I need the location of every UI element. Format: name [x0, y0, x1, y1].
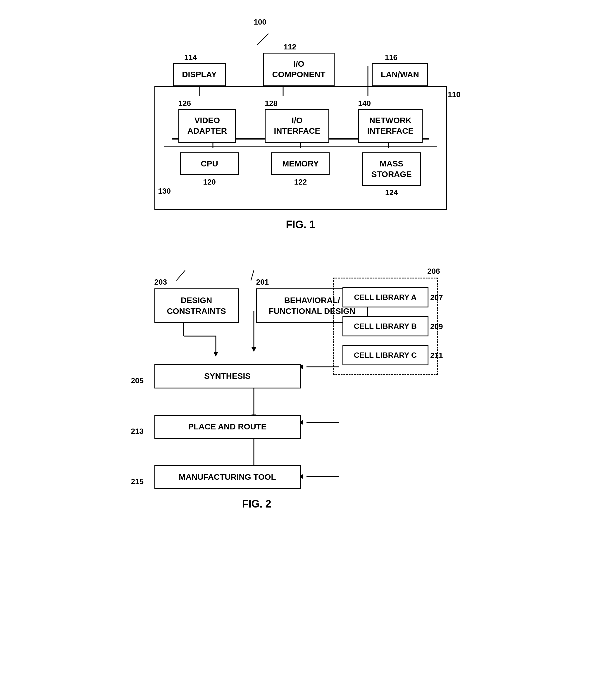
- ref-209: 209: [430, 322, 443, 331]
- cell-lib-c-label: CELL LIBRARY C: [354, 351, 417, 359]
- lanwan-label: LAN/WAN: [381, 70, 419, 79]
- top-external-row: 114 DISPLAY 112 I/OCOMPONENT 116: [154, 18, 447, 86]
- io-interface-box: I/OINTERFACE: [265, 109, 329, 143]
- network-interface-label: NETWORKINTERFACE: [367, 116, 414, 135]
- synthesis-label: SYNTHESIS: [204, 372, 251, 380]
- fig1-caption: FIG. 1: [154, 219, 447, 231]
- ref-114: 114: [184, 53, 197, 62]
- ref-211: 211: [430, 351, 443, 360]
- display-wrapper: 114 DISPLAY: [173, 53, 226, 86]
- mass-storage-wrapper: MASSSTORAGE 124: [362, 152, 421, 197]
- io-interface-label: I/OINTERFACE: [274, 116, 320, 135]
- inner-bottom-row: CPU 120 MEMORY 122 MASSSTORA: [164, 152, 437, 197]
- place-route-row: 213 PLACE AND ROUTE: [140, 415, 461, 439]
- cell-lib-b-wrapper: 209 CELL LIBRARY B: [343, 316, 428, 336]
- ref-206: 206: [427, 267, 440, 276]
- fig2-container: 203 DESIGNCONSTRAINTS 201 BEHAVIORAL/FUN…: [23, 254, 578, 510]
- ref-122: 122: [294, 178, 307, 186]
- io-component-box: I/OCOMPONENT: [263, 53, 334, 86]
- video-adapter-box: VIDEOADAPTER: [178, 109, 236, 143]
- cell-lib-a-label: CELL LIBRARY A: [354, 293, 417, 302]
- memory-box: MEMORY: [271, 152, 330, 175]
- ref-120: 120: [203, 178, 216, 186]
- display-label: DISPLAY: [182, 70, 217, 79]
- cell-lib-b-label: CELL LIBRARY B: [354, 322, 417, 330]
- lanwan-box: LAN/WAN: [372, 63, 428, 86]
- ref-140: 140: [358, 99, 371, 108]
- cell-lib-a-wrapper: 207 CELL LIBRARY A: [343, 287, 428, 307]
- lanwan-wrapper: 116 LAN/WAN: [372, 53, 428, 86]
- library-dashed-box: 206 207 CELL LIBRARY A 209 CELL LIBRARY …: [333, 278, 438, 375]
- fig2-diagram: 203 DESIGNCONSTRAINTS 201 BEHAVIORAL/FUN…: [140, 254, 461, 510]
- io-component-label: I/OCOMPONENT: [272, 59, 326, 79]
- memory-wrapper: MEMORY 122: [271, 152, 330, 197]
- inner-top-row: 126 VIDEOADAPTER 128 I/OINTERFACE: [164, 96, 437, 143]
- fig2-caption: FIG. 2: [140, 498, 461, 510]
- svg-marker-21: [214, 352, 218, 356]
- display-box: DISPLAY: [173, 63, 226, 86]
- ref-112: 112: [284, 43, 296, 51]
- manufacturing-label: MANUFACTURING TOOL: [179, 472, 276, 481]
- ref-124: 124: [385, 188, 398, 197]
- manufacturing-row: 215 MANUFACTURING TOOL: [140, 465, 461, 489]
- design-constraints-box: DESIGNCONSTRAINTS: [154, 289, 239, 323]
- cell-lib-c-wrapper: 211 CELL LIBRARY C: [343, 345, 428, 365]
- network-interface-box: NETWORKINTERFACE: [358, 109, 423, 143]
- memory-label: MEMORY: [282, 159, 319, 168]
- io-interface-wrapper: 128 I/OINTERFACE: [265, 99, 329, 143]
- cell-lib-a-box: CELL LIBRARY A: [343, 287, 428, 307]
- page-container: 100 114 DISPLAY 112 I/OCOMPONENT: [0, 0, 601, 700]
- ref-203: 203: [154, 278, 167, 287]
- cpu-label: CPU: [201, 159, 218, 168]
- mass-storage-box: MASSSTORAGE: [362, 152, 421, 186]
- cpu-box: CPU: [180, 152, 239, 175]
- cpu-wrapper: CPU 120: [180, 152, 239, 197]
- ref-116: 116: [385, 53, 397, 62]
- design-constraints-label: DESIGNCONSTRAINTS: [167, 296, 226, 315]
- ref-207: 207: [430, 293, 443, 302]
- svg-marker-17: [251, 347, 256, 352]
- video-adapter-wrapper: 126 VIDEOADAPTER: [178, 99, 236, 143]
- ref-201: 201: [256, 278, 269, 287]
- place-route-label: PLACE AND ROUTE: [188, 422, 267, 431]
- fig1-container: 100 114 DISPLAY 112 I/OCOMPONENT: [23, 18, 578, 231]
- bus-line: [164, 146, 437, 147]
- mass-storage-label: MASSSTORAGE: [371, 159, 412, 179]
- ref-126: 126: [178, 99, 191, 108]
- design-constraints-wrapper: 203 DESIGNCONSTRAINTS: [154, 278, 239, 323]
- ref-213: 213: [131, 427, 144, 436]
- cell-lib-c-box: CELL LIBRARY C: [343, 345, 428, 365]
- ref-110: 110: [448, 90, 460, 99]
- system-box-110: 110 126 VIDEOADAPTER 128 I/OINTER: [154, 86, 447, 210]
- ref-205: 205: [131, 376, 144, 385]
- manufacturing-box: MANUFACTURING TOOL: [154, 465, 301, 489]
- synthesis-box: SYNTHESIS: [154, 364, 301, 388]
- video-adapter-label: VIDEOADAPTER: [187, 116, 227, 135]
- io-component-wrapper: 112 I/OCOMPONENT: [263, 43, 334, 86]
- cell-lib-b-box: CELL LIBRARY B: [343, 316, 428, 336]
- fig1-diagram: 100 114 DISPLAY 112 I/OCOMPONENT: [154, 18, 447, 231]
- ref-215: 215: [131, 477, 144, 486]
- network-interface-wrapper: 140 NETWORKINTERFACE: [358, 99, 423, 143]
- place-route-box: PLACE AND ROUTE: [154, 415, 301, 439]
- ref-128: 128: [265, 99, 277, 108]
